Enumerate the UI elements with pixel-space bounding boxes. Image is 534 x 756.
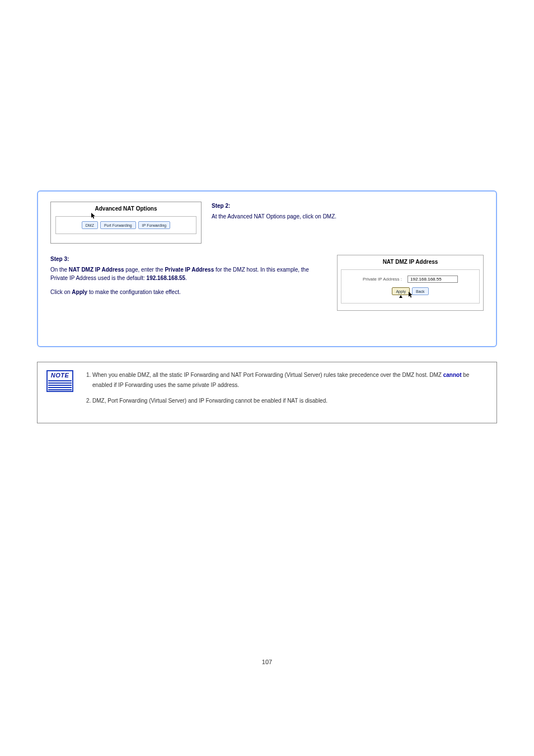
nat-options-screenshot: Advanced NAT Options DMZ Port Forwarding… — [50, 202, 202, 244]
note-1-strong: cannot — [443, 372, 462, 378]
note-lines-icon — [48, 380, 72, 390]
note-1-t1: When you enable DMZ, all the static IP F… — [92, 372, 443, 378]
note-item-1: When you enable DMZ, all the static IP F… — [92, 370, 488, 390]
dmz-button-row: Apply Back — [346, 287, 475, 295]
step-3-s2: Private IP Address — [165, 267, 214, 273]
step-3-t4: . — [185, 275, 187, 281]
dmz-title: NAT DMZ IP Address — [341, 259, 480, 265]
apply-button[interactable]: Apply — [392, 287, 410, 295]
nat-options-title: Advanced NAT Options — [55, 206, 196, 212]
page-number: 107 — [37, 659, 497, 665]
step-2-prefix: Step 2: — [212, 203, 230, 209]
port-forwarding-button[interactable]: Port Forwarding — [100, 221, 136, 229]
dmz-input-row: Private IP Address : — [346, 276, 475, 283]
cursor-icon — [91, 213, 96, 220]
note-panel: NOTE When you enable DMZ, all the static… — [37, 362, 497, 423]
note-icon: NOTE — [46, 370, 73, 412]
step-2-body: At the Advanced NAT Options page, click … — [212, 213, 336, 220]
back-button[interactable]: Back — [412, 287, 429, 295]
step-3-row: Step 3: On the NAT DMZ IP Address page, … — [50, 255, 484, 311]
note-body: When you enable DMZ, all the static IP F… — [82, 370, 488, 412]
note-badge-text: NOTE — [48, 372, 72, 379]
note-icon-frame: NOTE — [46, 370, 73, 392]
step-3-t1: On the — [50, 267, 69, 273]
step-2-text: Step 2: At the Advanced NAT Options page… — [212, 202, 484, 221]
private-ip-input[interactable] — [407, 276, 458, 283]
dmz-button[interactable]: DMZ — [82, 221, 98, 229]
cursor-icon — [409, 292, 414, 298]
note-item-2: DMZ, Port Forwarding (Virtual Server) an… — [92, 396, 488, 406]
instruction-panel: Advanced NAT Options DMZ Port Forwarding… — [37, 190, 497, 347]
step-3-t5: Click on — [50, 289, 72, 295]
ip-forwarding-button[interactable]: IP Forwarding — [138, 221, 170, 229]
step-3-t6: to make the configuration take effect. — [87, 289, 181, 295]
step-3-s4: Apply — [72, 289, 87, 295]
step-3-s3: 192.168.168.55 — [147, 275, 186, 281]
step-3-text: Step 3: On the NAT DMZ IP Address page, … — [50, 255, 327, 296]
private-ip-label: Private IP Address : — [363, 277, 402, 282]
step-3-prefix: Step 3: — [50, 256, 69, 262]
dmz-inner: Private IP Address : Apply Back — [341, 269, 480, 304]
dmz-screenshot: NAT DMZ IP Address Private IP Address : … — [337, 255, 484, 311]
nat-options-button-row: DMZ Port Forwarding IP Forwarding — [55, 216, 196, 234]
step-2-row: Advanced NAT Options DMZ Port Forwarding… — [50, 202, 484, 244]
step-3-t2: page, enter the — [124, 267, 165, 273]
step-3-s1: NAT DMZ IP Address — [69, 267, 124, 273]
